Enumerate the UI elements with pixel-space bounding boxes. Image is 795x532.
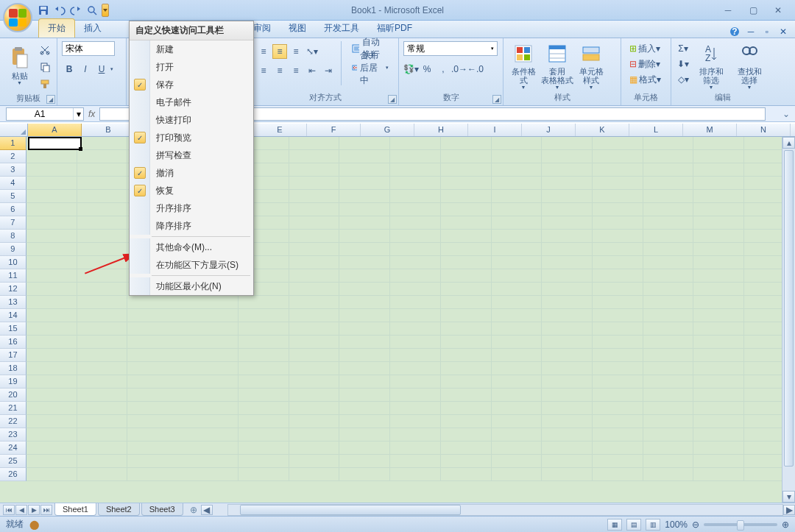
row-header-25[interactable]: 25 [0, 455, 26, 468]
indent-inc-icon[interactable]: ⇥ [321, 63, 336, 78]
cell[interactable] [643, 415, 694, 428]
cell[interactable] [593, 283, 643, 296]
cell[interactable] [77, 163, 128, 177]
row-header-26[interactable]: 26 [0, 468, 26, 481]
cell[interactable] [593, 402, 643, 415]
tab-foxit-pdf[interactable]: 福昕PDF [368, 19, 421, 38]
cut-icon[interactable] [38, 43, 52, 57]
cell[interactable] [26, 402, 77, 415]
cell[interactable] [693, 402, 744, 415]
cell[interactable] [693, 336, 744, 349]
cell[interactable] [492, 150, 543, 163]
cell[interactable] [492, 415, 543, 428]
cell[interactable] [77, 455, 128, 468]
maximize-button[interactable]: ▢ [743, 4, 763, 17]
cell[interactable] [289, 441, 340, 455]
sheet-nav-first[interactable]: ⏮ [3, 505, 15, 515]
cell[interactable] [492, 455, 543, 468]
cell[interactable] [390, 150, 441, 163]
cell[interactable] [127, 309, 239, 322]
cell[interactable] [492, 256, 543, 269]
cell[interactable] [339, 243, 390, 256]
cell[interactable] [127, 362, 239, 375]
menu-item-3[interactable]: 电子邮件 [130, 93, 253, 111]
cell[interactable] [239, 375, 289, 389]
cell[interactable] [289, 230, 340, 243]
cell[interactable] [26, 256, 77, 269]
cell[interactable] [542, 163, 593, 177]
doc-restore-button[interactable]: ▫ [761, 26, 773, 38]
format-cells-button[interactable]: ▦格式 ▾ [626, 72, 665, 87]
col-header-H[interactable]: H [414, 124, 468, 136]
cell[interactable] [492, 362, 543, 375]
row-header-20[interactable]: 20 [0, 389, 26, 402]
cell[interactable] [542, 309, 593, 322]
percent-icon[interactable]: % [420, 62, 434, 77]
col-header-F[interactable]: F [307, 124, 361, 136]
cell[interactable] [593, 230, 643, 243]
menu-item-1[interactable]: 打开 [130, 58, 253, 76]
cell[interactable] [593, 216, 643, 230]
row-header-9[interactable]: 9 [0, 243, 26, 256]
cell[interactable] [542, 455, 593, 468]
formula-expand-icon[interactable]: ⌄ [780, 108, 792, 120]
cell[interactable] [492, 269, 543, 283]
fill-icon[interactable]: ⬇▾ [676, 57, 690, 71]
paste-button[interactable]: 粘贴 ▼ [4, 41, 35, 90]
cell[interactable] [441, 455, 492, 468]
cell[interactable] [492, 349, 543, 362]
qat-print-preview-icon[interactable] [85, 4, 99, 17]
cell[interactable] [390, 283, 441, 296]
qat-save-icon[interactable] [37, 4, 50, 17]
cell[interactable] [339, 269, 390, 283]
cell[interactable] [441, 309, 492, 322]
cell[interactable] [26, 230, 77, 243]
cell[interactable] [593, 150, 643, 163]
col-header-M[interactable]: M [683, 124, 737, 136]
number-format-select[interactable]: 常规▾ [403, 41, 498, 56]
cell[interactable] [441, 362, 492, 375]
insert-cells-button[interactable]: ⊞插入 ▾ [626, 41, 664, 56]
cell[interactable] [441, 203, 492, 216]
row-header-3[interactable]: 3 [0, 163, 26, 177]
align-center-icon[interactable]: ≡ [272, 63, 287, 78]
cell[interactable] [441, 375, 492, 389]
cell[interactable] [643, 322, 694, 336]
cell[interactable] [390, 362, 441, 375]
cell[interactable] [542, 362, 593, 375]
conditional-format-button[interactable]: 条件格式▼ [508, 41, 539, 90]
cell[interactable] [77, 150, 128, 163]
cell[interactable] [542, 137, 593, 150]
cell[interactable] [390, 243, 441, 256]
cell[interactable] [492, 137, 543, 150]
cell[interactable] [593, 243, 643, 256]
tab-developer[interactable]: 开发工具 [315, 19, 368, 38]
cell[interactable] [77, 362, 128, 375]
cell[interactable] [643, 283, 694, 296]
cell[interactable] [693, 216, 744, 230]
cell[interactable] [390, 322, 441, 336]
cell[interactable] [441, 322, 492, 336]
cell[interactable] [77, 177, 128, 190]
tab-hidden[interactable]: 页 [110, 19, 119, 38]
cell[interactable] [239, 362, 289, 375]
cell[interactable] [289, 137, 340, 150]
cell[interactable] [390, 256, 441, 269]
cell[interactable] [390, 375, 441, 389]
cell[interactable] [289, 309, 340, 322]
cell[interactable] [77, 415, 128, 428]
view-layout-icon[interactable]: ▤ [626, 519, 641, 531]
cell[interactable] [289, 203, 340, 216]
cell[interactable] [239, 336, 289, 349]
cell[interactable] [593, 177, 643, 190]
menu-item-9[interactable]: 升序排序 [130, 199, 253, 217]
cell[interactable] [239, 455, 289, 468]
cell[interactable] [26, 349, 77, 362]
cell[interactable] [542, 283, 593, 296]
cell[interactable] [26, 468, 77, 481]
cell[interactable] [441, 216, 492, 230]
fx-icon[interactable]: fx [88, 109, 95, 119]
cell[interactable] [339, 296, 390, 309]
row-header-22[interactable]: 22 [0, 415, 26, 428]
cell[interactable] [693, 389, 744, 402]
